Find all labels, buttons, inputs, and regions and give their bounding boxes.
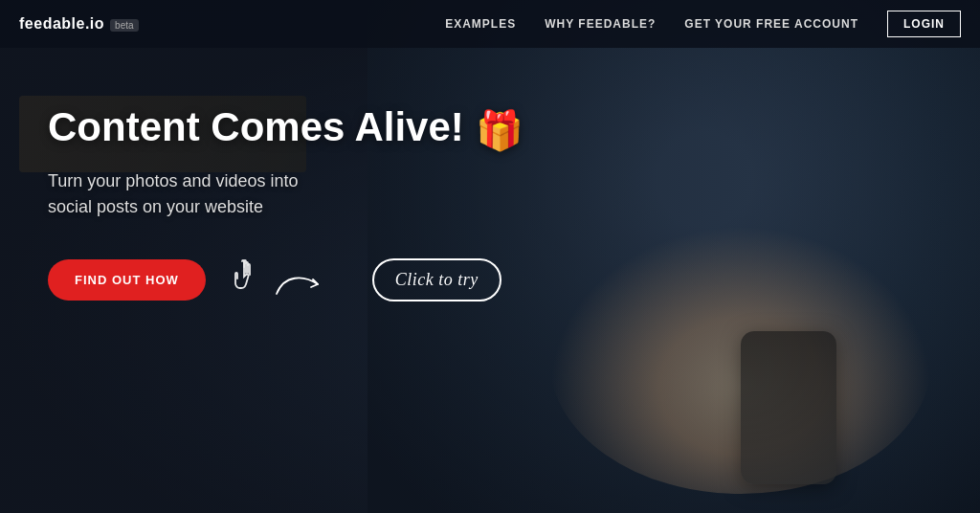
logo-area: feedable.io beta xyxy=(19,15,139,33)
hero-title: Content Comes Alive! 🎁 xyxy=(48,105,932,151)
subtitle-line2: social posts on your website xyxy=(48,197,263,216)
find-out-how-button[interactable]: FIND OUT HOW xyxy=(48,259,206,301)
logo-text[interactable]: feedable.io xyxy=(19,15,104,33)
hero-subtitle: Turn your photos and videos into social … xyxy=(48,168,412,220)
click-to-try-text: Click to try xyxy=(395,270,479,289)
hero-content: Content Comes Alive! 🎁 Turn your photos … xyxy=(0,48,980,301)
click-bubble[interactable]: Click to try xyxy=(372,258,501,301)
nav-links: EXAMPLES WHY FEEDABLE? GET YOUR FREE ACC… xyxy=(445,11,961,37)
beta-badge: beta xyxy=(110,19,138,32)
click-to-try-area: Click to try xyxy=(234,258,501,301)
nav-free-account[interactable]: GET YOUR FREE ACCOUNT xyxy=(684,17,858,31)
nav-examples[interactable]: EXAMPLES xyxy=(445,17,516,31)
gift-emoji: 🎁 xyxy=(476,109,523,151)
cursor-icon xyxy=(234,259,263,301)
nav-why-feedable[interactable]: WHY FEEDABLE? xyxy=(545,17,656,31)
subtitle-line1: Turn your photos and videos into xyxy=(48,171,299,190)
navbar: feedable.io beta EXAMPLES WHY FEEDABLE? … xyxy=(0,0,980,48)
phone-device xyxy=(741,331,836,484)
cta-area: FIND OUT HOW Click to try xyxy=(48,258,932,301)
login-button[interactable]: LOGIN xyxy=(887,11,961,37)
arrow-icon xyxy=(275,270,323,299)
hero-title-text: Content Comes Alive! xyxy=(48,104,464,149)
